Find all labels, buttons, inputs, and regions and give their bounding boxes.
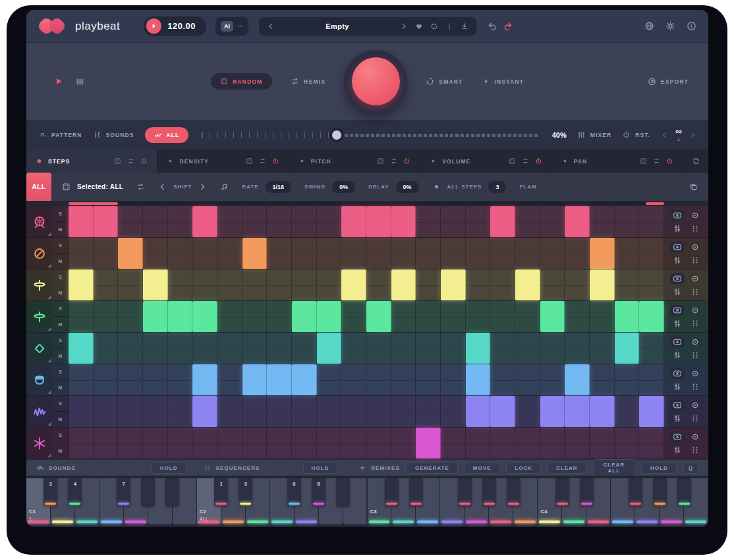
track-drag-handle-button[interactable] — [691, 350, 700, 360]
step-14[interactable] — [391, 269, 416, 300]
all-steps-dot-icon[interactable] — [432, 182, 441, 191]
clear-track-button[interactable] — [670, 273, 685, 284]
step-16[interactable] — [441, 269, 466, 300]
mute-button[interactable]: M — [53, 222, 68, 237]
all-tracks-tab[interactable]: ALL — [26, 173, 51, 201]
step-11[interactable] — [317, 428, 342, 459]
track-filter-button[interactable] — [673, 414, 682, 423]
step-17[interactable] — [466, 206, 491, 237]
step-8[interactable] — [242, 428, 268, 459]
step-15[interactable] — [416, 428, 441, 459]
transport-play-button[interactable] — [146, 18, 161, 34]
randomize-big-button-face[interactable] — [352, 57, 400, 105]
step-1[interactable] — [69, 333, 94, 364]
solo-button[interactable]: S — [53, 206, 68, 222]
step-17[interactable] — [466, 364, 491, 395]
step-4[interactable] — [143, 269, 168, 300]
step-12[interactable] — [341, 269, 366, 300]
step-2[interactable] — [94, 428, 119, 459]
clear-track-button[interactable] — [670, 337, 685, 347]
reset-button[interactable]: RST. — [622, 130, 650, 139]
track-drag-handle-button[interactable] — [691, 445, 700, 455]
lock-button[interactable]: LOCK — [506, 462, 541, 474]
step-15[interactable] — [416, 333, 441, 364]
black-key-3[interactable] — [141, 478, 155, 506]
step-5[interactable] — [168, 206, 193, 237]
solo-button[interactable]: S — [53, 238, 68, 254]
step-10[interactable] — [292, 364, 317, 395]
track-filter-button[interactable] — [673, 256, 682, 265]
step-2[interactable] — [94, 238, 119, 269]
step-3[interactable] — [118, 301, 143, 332]
export-button[interactable]: EXPORT — [648, 77, 689, 86]
step-2[interactable] — [94, 396, 119, 427]
step-2[interactable] — [94, 269, 119, 300]
step-3[interactable] — [118, 333, 143, 364]
black-key-12[interactable] — [458, 478, 472, 506]
step-24[interactable] — [639, 301, 664, 332]
redo-icon[interactable] — [503, 21, 513, 32]
step-5[interactable] — [168, 301, 193, 332]
step-10[interactable] — [292, 269, 317, 300]
step-5[interactable] — [168, 364, 193, 395]
step-19[interactable] — [515, 206, 540, 237]
step-6[interactable] — [192, 396, 217, 427]
step-8[interactable] — [242, 333, 268, 364]
ai-menu-button[interactable]: AI — [215, 17, 248, 36]
instrument-button-4[interactable] — [26, 301, 53, 332]
step-24[interactable] — [639, 364, 664, 395]
gear-icon[interactable] — [665, 21, 675, 31]
mute-button[interactable]: M — [53, 412, 68, 427]
step-14[interactable] — [391, 396, 416, 427]
step-23[interactable] — [615, 396, 640, 427]
step-1[interactable] — [69, 428, 94, 459]
step-5[interactable] — [168, 238, 193, 269]
step-12[interactable] — [341, 206, 366, 237]
step-2[interactable] — [94, 364, 119, 395]
step-12[interactable] — [341, 396, 366, 427]
step-21[interactable] — [565, 333, 590, 364]
black-key-5[interactable]: 1 — [214, 478, 228, 506]
step-13[interactable] — [366, 301, 391, 332]
step-20[interactable] — [540, 238, 565, 269]
step-17[interactable] — [466, 428, 491, 459]
step-11[interactable] — [317, 301, 342, 332]
step-6[interactable] — [192, 269, 217, 300]
global-density-slider[interactable] — [202, 129, 538, 141]
mixer-button[interactable]: MIXER — [577, 130, 611, 139]
step-1[interactable] — [69, 206, 94, 237]
sequencers-hold-button[interactable]: HOLD — [303, 462, 338, 474]
step-21[interactable] — [565, 238, 590, 269]
step-12[interactable] — [341, 238, 366, 269]
step-13[interactable] — [366, 428, 391, 459]
move-button[interactable]: MOVE — [465, 462, 500, 474]
remixes-section-label[interactable]: REMIXES — [358, 464, 400, 472]
step-17[interactable] — [466, 238, 491, 269]
track-filter-button[interactable] — [673, 445, 682, 455]
step-6[interactable] — [192, 333, 217, 364]
pattern-tab[interactable]: PATTERN — [38, 130, 82, 139]
step-15[interactable] — [416, 269, 441, 300]
track-drag-handle-button[interactable] — [691, 287, 700, 296]
instrument-button-1[interactable] — [26, 206, 53, 237]
step-9[interactable] — [267, 333, 292, 364]
rate-value[interactable]: 1/16 — [266, 181, 292, 193]
step-4[interactable] — [143, 364, 168, 395]
step-7[interactable] — [217, 428, 242, 459]
step-15[interactable] — [416, 396, 441, 427]
track-knob-button[interactable] — [691, 337, 700, 347]
step-12[interactable] — [341, 333, 366, 364]
step-10[interactable] — [292, 206, 317, 237]
step-6[interactable] — [192, 301, 217, 332]
track-knob-button[interactable] — [691, 401, 700, 410]
all-steps-value[interactable]: 3 — [488, 181, 506, 193]
step-24[interactable] — [639, 428, 664, 459]
step-6[interactable] — [192, 238, 217, 269]
step-19[interactable] — [515, 364, 540, 395]
step-13[interactable] — [366, 206, 391, 237]
step-9[interactable] — [267, 206, 292, 237]
step-3[interactable] — [118, 238, 143, 269]
step-4[interactable] — [143, 428, 168, 459]
tab-steps[interactable]: STEPS — [26, 150, 157, 173]
black-key-0[interactable]: 2 — [43, 478, 57, 506]
